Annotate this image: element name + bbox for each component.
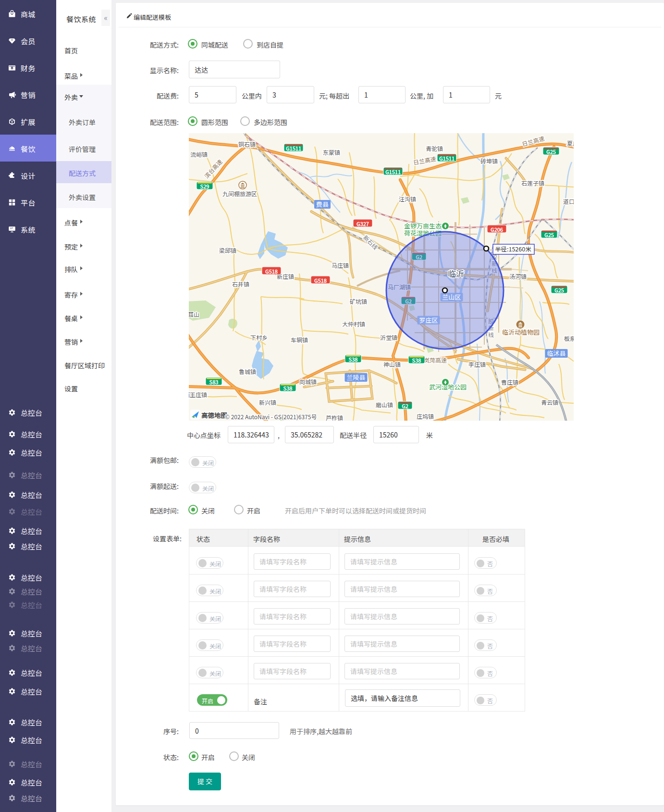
svg-text:马庄镇: 马庄镇 — [332, 261, 349, 269]
svg-text:S38: S38 — [412, 356, 421, 364]
svg-text:费县: 费县 — [316, 200, 329, 209]
svg-text:九间棚旅游区: 九间棚旅游区 — [222, 189, 257, 198]
svg-text:汪沟镇: 汪沟镇 — [399, 195, 416, 203]
svg-text:耳山: 耳山 — [189, 310, 199, 318]
svg-text:岚菏高速: 岚菏高速 — [424, 356, 447, 364]
svg-text:© 2022 AutoNavi - GS(2021)6375: © 2022 AutoNavi - GS(2021)6375号 — [225, 412, 317, 421]
svg-text:G25: G25 — [546, 148, 556, 155]
svg-text:石莲子镇: 石莲子镇 — [521, 179, 544, 187]
svg-text:矿坑镇: 矿坑镇 — [350, 297, 367, 305]
svg-text:芦柞镇: 芦柞镇 — [326, 413, 343, 421]
svg-text:铜石镇: 铜石镇 — [238, 140, 256, 148]
svg-text:石井镇: 石井镇 — [232, 280, 249, 288]
svg-text:G518: G518 — [314, 276, 327, 284]
svg-text:流峪镇: 流峪镇 — [190, 150, 208, 158]
svg-text:磨山镇: 磨山镇 — [376, 400, 393, 409]
svg-text:兰山区: 兰山区 — [442, 292, 461, 301]
svg-text:向城镇: 向城镇 — [299, 377, 317, 386]
svg-text:G2: G2 — [402, 402, 408, 410]
svg-text:G327: G327 — [357, 220, 369, 227]
svg-text:沂堂镇: 沂堂镇 — [380, 333, 397, 341]
svg-text:大仲村镇: 大仲村镇 — [342, 320, 365, 328]
svg-text:S83: S83 — [209, 378, 219, 386]
svg-text:东蒙镇: 东蒙镇 — [323, 148, 340, 156]
svg-text:车辋镇: 车辋镇 — [291, 336, 308, 344]
svg-text:G1511: G1511 — [385, 168, 401, 175]
svg-text:道口: 道口 — [563, 197, 574, 205]
svg-text:G206: G206 — [491, 225, 503, 233]
svg-text:曹庄镇: 曹庄镇 — [501, 378, 518, 386]
svg-text:夏庄: 夏庄 — [567, 139, 574, 147]
svg-text:G518: G518 — [265, 267, 278, 275]
svg-text:李庄镇: 李庄镇 — [468, 360, 486, 368]
svg-text:兰陵县: 兰陵县 — [346, 373, 365, 382]
svg-text:青驼镇: 青驼镇 — [426, 144, 443, 152]
svg-text:G25: G25 — [554, 286, 564, 294]
svg-text:S38: S38 — [283, 384, 293, 392]
svg-text:S29: S29 — [200, 182, 209, 190]
svg-text:板泉: 板泉 — [564, 334, 574, 342]
svg-text:G25: G25 — [544, 231, 554, 238]
svg-text:下村乡: 下村乡 — [250, 333, 268, 341]
svg-text:临沭县: 临沭县 — [547, 349, 566, 358]
svg-text:罗庄区: 罗庄区 — [419, 315, 438, 325]
svg-text:G1511: G1511 — [439, 154, 455, 162]
svg-text:神山镇: 神山镇 — [383, 360, 401, 368]
svg-text:临沂: 临沂 — [448, 267, 464, 279]
svg-text:高德地图: 高德地图 — [201, 410, 227, 420]
svg-text:青云镇: 青云镇 — [541, 398, 558, 406]
svg-text:梁邱镇: 梁邱镇 — [219, 246, 236, 254]
svg-text:汤河镇: 汤河镇 — [509, 272, 527, 280]
svg-text:新兴镇: 新兴镇 — [259, 398, 276, 406]
svg-text:鲁城镇: 鲁城镇 — [239, 367, 256, 375]
svg-text:西王庄镇: 西王庄镇 — [189, 390, 207, 399]
svg-text:半径:15260米: 半径:15260米 — [495, 244, 531, 253]
svg-text:庄坞镇: 庄坞镇 — [417, 412, 434, 420]
svg-text:G1511: G1511 — [286, 144, 301, 152]
svg-text:砖埠镇: 砖埠镇 — [480, 157, 498, 165]
svg-text:S38: S38 — [349, 355, 358, 363]
